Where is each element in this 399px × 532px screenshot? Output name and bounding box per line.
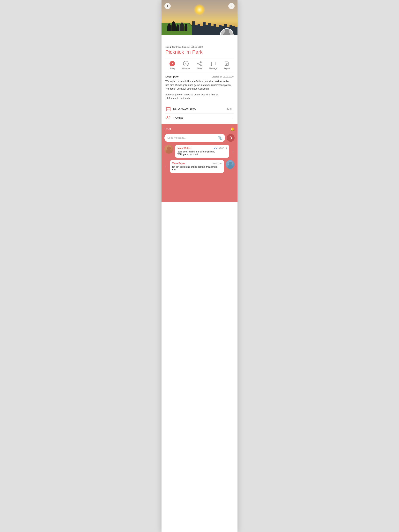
- avatar-silhouette: [223, 32, 231, 35]
- content-area: Max ▶ Sur Place Summer School 2020 Pickn…: [161, 35, 238, 124]
- chat-message-2: Zeno Bayer: 06.02.20 Ich bin dabei und b…: [164, 160, 235, 173]
- breadcrumb: Max ▶ Sur Place Summer School 2020: [165, 46, 234, 48]
- mara-msg-header: Mara Weber: ✓✓ 06.02.20: [178, 147, 227, 150]
- report-button[interactable]: Report: [220, 60, 234, 70]
- going-button[interactable]: Going: [165, 60, 179, 70]
- svg-line-4: [199, 64, 200, 65]
- svg-point-10: [169, 116, 170, 117]
- mara-sender: Mara Weber:: [178, 147, 192, 150]
- svg-line-3: [199, 63, 200, 63]
- chat-title: Chat: [164, 127, 171, 131]
- goings-right: ›: [233, 116, 234, 120]
- svg-point-9: [167, 116, 168, 118]
- goings-content: 4 Goings: [173, 116, 233, 119]
- svg-point-0: [200, 62, 201, 63]
- message-label: Message: [209, 67, 217, 70]
- sun-glow: [194, 4, 205, 16]
- read-receipt-icon: ✓✓: [214, 147, 218, 150]
- mara-avatar: [164, 145, 173, 154]
- share-svg-icon: [197, 61, 202, 66]
- people-icon: [165, 116, 171, 120]
- people-silhouettes: [167, 21, 187, 31]
- attach-icon[interactable]: 📎: [218, 136, 222, 140]
- x-circle-icon: ✕: [183, 61, 189, 66]
- calendar-icon: [165, 107, 171, 111]
- share-label: Share: [197, 67, 202, 70]
- share-icon: [197, 61, 202, 67]
- send-icon: [229, 136, 232, 140]
- mara-avatar-image: [164, 145, 173, 154]
- description-para-2: Schreibt gerne in den Chat unten, was ih…: [165, 93, 234, 100]
- mara-bubble: Mara Weber: ✓✓ 06.02.20 Sehr cool, ich b…: [175, 145, 229, 158]
- description-title: Description: [165, 75, 180, 78]
- goings-chevron-icon: ›: [233, 116, 234, 120]
- ical-label: iCal: [227, 107, 232, 110]
- chat-message-1: Mara Weber: ✓✓ 06.02.20 Sehr cool, ich b…: [164, 145, 235, 158]
- mara-more-icon[interactable]: ⋮: [231, 149, 235, 153]
- going-label: Going: [170, 67, 175, 70]
- zeno-msg-header: Zeno Bayer: 06.02.20: [172, 162, 221, 165]
- send-button[interactable]: [227, 134, 235, 142]
- event-title: Picknick im Park: [165, 49, 234, 55]
- zeno-avatar-image: [226, 160, 235, 169]
- info-section: Do, 06.02.20 | 18:00 iCal ›: [165, 104, 234, 122]
- zeno-avatar: [226, 160, 235, 169]
- zeno-date: 06.02.20: [213, 162, 221, 165]
- description-section: Description Created on 05.06.2020 Wir wo…: [165, 75, 234, 102]
- zeno-more-icon[interactable]: ⋮: [164, 164, 168, 169]
- ical-right: iCal ›: [227, 107, 234, 111]
- more-button[interactable]: ⋮: [228, 3, 235, 9]
- going-icon: [169, 61, 175, 67]
- svg-point-1: [200, 65, 201, 66]
- date-row[interactable]: Do, 06.02.20 | 18:00 iCal ›: [165, 104, 234, 114]
- message-icon: [210, 61, 216, 67]
- check-circle-icon: [169, 61, 175, 66]
- chevron-right-icon: ›: [233, 107, 234, 111]
- message-input-box[interactable]: Send message... 📎: [164, 134, 225, 142]
- chat-header: Chat 🔔: [164, 127, 235, 132]
- svg-point-2: [198, 63, 199, 64]
- person2: [171, 21, 176, 31]
- zeno-sender: Zeno Bayer:: [172, 162, 186, 165]
- mara-date: ✓✓ 06.02.20: [214, 147, 227, 150]
- action-row: Going ✕ Absagen: [165, 58, 234, 72]
- absagen-label: Absagen: [182, 67, 190, 70]
- person4: [180, 22, 184, 31]
- zeno-bubble: Zeno Bayer: 06.02.20 Ich bin dabei und b…: [170, 160, 224, 173]
- report-icon: [224, 61, 230, 67]
- back-arrow-icon: [166, 5, 169, 8]
- message-input-row: Send message... 📎: [164, 134, 235, 142]
- people-svg-icon: [166, 116, 171, 120]
- description-text: Wir wollen uns um 6 Uhr am Grillplatz am…: [165, 80, 234, 100]
- date-content: Do, 06.02.20 | 18:00: [173, 107, 227, 110]
- absagen-icon: ✕: [183, 61, 189, 67]
- more-dots-icon: ⋮: [230, 4, 233, 8]
- description-header: Description Created on 05.06.2020: [165, 75, 234, 78]
- report-label: Report: [224, 67, 230, 70]
- back-button[interactable]: [164, 3, 171, 9]
- event-avatar-container: [220, 28, 234, 35]
- zeno-text: Ich bin dabei und bringe Tomate Mozzarel…: [172, 165, 221, 171]
- message-button[interactable]: Message: [206, 60, 220, 70]
- share-button[interactable]: Share: [193, 60, 206, 70]
- hero-image: ⋮: [161, 0, 238, 35]
- event-avatar: [220, 28, 234, 35]
- bell-icon[interactable]: 🔔: [230, 127, 235, 132]
- mara-text: Sehr cool, ich bring meinen Grill und Wi…: [178, 150, 227, 156]
- created-date: Created on 05.06.2020: [212, 76, 234, 78]
- description-para-1: Wir wollen uns um 6 Uhr am Grillplatz am…: [165, 80, 234, 91]
- chat-section: Chat 🔔 Send message... 📎 Mara Weber:: [161, 124, 238, 202]
- person5: [185, 24, 187, 31]
- goings-row[interactable]: 4 Goings ›: [165, 114, 234, 122]
- phone-screen: ⋮ Max ▶ Sur Place Summer School 2020 Pic…: [161, 0, 238, 532]
- person1: [167, 23, 171, 31]
- report-svg-icon: [224, 61, 229, 66]
- person3: [176, 24, 180, 31]
- absagen-button[interactable]: ✕ Absagen: [179, 60, 193, 70]
- message-svg-icon: [211, 61, 216, 66]
- message-placeholder: Send message...: [167, 136, 187, 139]
